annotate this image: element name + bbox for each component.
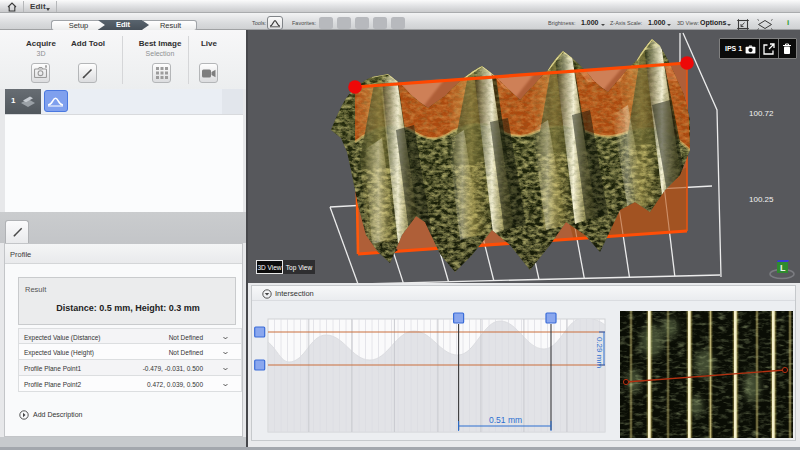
svg-text:0.29 mm: 0.29 mm <box>595 337 604 368</box>
svg-text:L: L <box>780 263 786 273</box>
svg-text:0.51 mm: 0.51 mm <box>489 415 522 425</box>
